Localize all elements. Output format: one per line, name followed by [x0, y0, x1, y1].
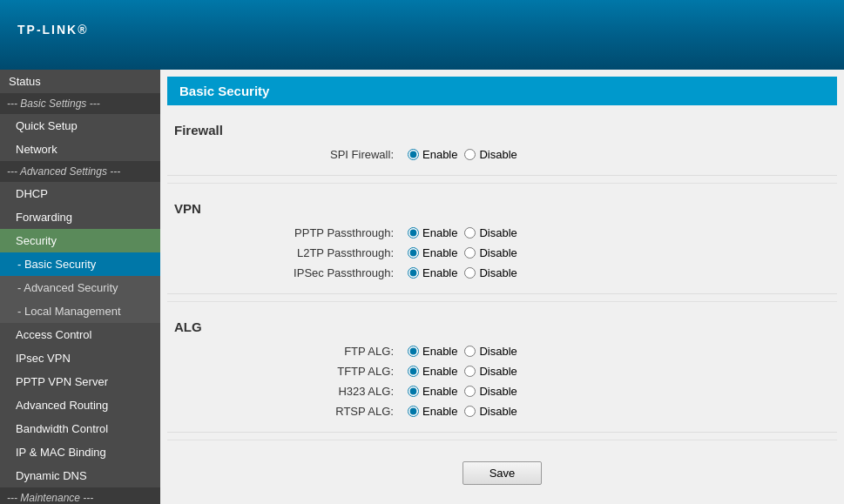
sidebar-item-bandwidth-control[interactable]: Bandwidth Control — [0, 417, 160, 440]
ftp-alg-enable-label: Enable — [422, 345, 457, 358]
ftp-alg-enable[interactable]: Enable — [408, 345, 457, 358]
l2tp-disable-label: Disable — [479, 246, 517, 259]
sidebar: Status --- Basic Settings --- Quick Setu… — [0, 70, 160, 504]
h323-alg-disable-radio[interactable] — [464, 386, 476, 397]
header: TP-LINK® — [0, 0, 844, 70]
ftp-alg-enable-radio[interactable] — [408, 346, 419, 357]
sidebar-item-advanced-security[interactable]: - Advanced Security — [0, 276, 160, 299]
sidebar-item-pptp-vpn-server[interactable]: PPTP VPN Server — [0, 370, 160, 393]
sidebar-item-ip-mac-binding[interactable]: IP & MAC Binding — [0, 440, 160, 464]
ftp-alg-disable-label: Disable — [479, 345, 517, 358]
l2tp-disable-radio[interactable] — [464, 247, 476, 259]
sidebar-item-ipsec-vpn[interactable]: IPsec VPN — [0, 346, 160, 370]
ipsec-disable-label: Disable — [479, 266, 517, 279]
sidebar-item-advanced-routing[interactable]: Advanced Routing — [0, 393, 160, 417]
h323-alg-label: H323 ALG: — [219, 385, 394, 398]
sidebar-item-forwarding[interactable]: Forwarding — [0, 205, 160, 229]
l2tp-passthrough-label: L2TP Passthrough: — [219, 246, 394, 259]
vpn-section: VPN PPTP Passthrough: Enable Disable L2T… — [167, 191, 837, 294]
ftp-alg-row: FTP ALG: Enable Disable — [219, 341, 837, 361]
tftp-alg-disable-label: Disable — [479, 365, 517, 378]
tftp-alg-disable[interactable]: Disable — [464, 365, 517, 378]
h323-alg-enable[interactable]: Enable — [408, 385, 457, 398]
spi-firewall-label: SPI Firewall: — [219, 148, 394, 161]
spi-firewall-disable[interactable]: Disable — [464, 148, 517, 161]
ipsec-enable-radio[interactable] — [408, 267, 419, 279]
sidebar-item-security[interactable]: Security — [0, 229, 160, 252]
spi-firewall-row: SPI Firewall: Enable Disable — [219, 144, 837, 165]
pptp-passthrough-options: Enable Disable — [408, 226, 517, 239]
h323-alg-enable-label: Enable — [422, 385, 457, 398]
rtsp-alg-enable-label: Enable — [422, 405, 457, 418]
ipsec-disable-radio[interactable] — [464, 267, 476, 279]
l2tp-enable-radio[interactable] — [408, 247, 419, 259]
ftp-alg-disable-radio[interactable] — [464, 346, 476, 357]
save-button[interactable]: Save — [463, 461, 543, 485]
ftp-alg-options: Enable Disable — [408, 345, 517, 358]
h323-alg-disable[interactable]: Disable — [464, 385, 517, 398]
logo-text: TP-LINK — [17, 23, 78, 37]
pptp-disable-label: Disable — [479, 226, 517, 239]
pptp-enable-radio[interactable] — [408, 227, 419, 239]
h323-alg-enable-radio[interactable] — [408, 386, 419, 397]
alg-section: ALG FTP ALG: Enable Disable TFTP ALG: — [167, 309, 837, 433]
pptp-passthrough-row: PPTP Passthrough: Enable Disable — [219, 223, 837, 243]
page-title: Basic Security — [167, 77, 837, 105]
l2tp-disable[interactable]: Disable — [464, 246, 517, 259]
sidebar-item-status[interactable]: Status — [0, 70, 160, 93]
sidebar-item-quick-setup[interactable]: Quick Setup — [0, 114, 160, 138]
pptp-disable[interactable]: Disable — [464, 226, 517, 239]
rtsp-alg-label: RTSP ALG: — [219, 405, 394, 418]
ftp-alg-label: FTP ALG: — [219, 345, 394, 358]
ipsec-passthrough-options: Enable Disable — [408, 266, 517, 279]
ipsec-disable[interactable]: Disable — [464, 266, 517, 279]
sidebar-item-dhcp[interactable]: DHCP — [0, 182, 160, 205]
sidebar-item-basic-security[interactable]: - Basic Security — [0, 252, 160, 276]
logo-sup: ® — [78, 23, 88, 37]
tftp-alg-row: TFTP ALG: Enable Disable — [219, 361, 837, 381]
sidebar-item-access-control[interactable]: Access Control — [0, 323, 160, 346]
ftp-alg-disable[interactable]: Disable — [464, 345, 517, 358]
ipsec-enable[interactable]: Enable — [408, 266, 457, 279]
alg-title: ALG — [167, 309, 837, 341]
firewall-section: Firewall SPI Firewall: Enable Disable — [167, 112, 837, 176]
pptp-enable[interactable]: Enable — [408, 226, 457, 239]
rtsp-alg-row: RTSP ALG: Enable Disable — [219, 401, 837, 421]
h323-alg-options: Enable Disable — [408, 385, 517, 398]
h323-alg-disable-label: Disable — [479, 385, 517, 398]
spi-firewall-enable-label: Enable — [422, 148, 457, 161]
spi-firewall-disable-radio[interactable] — [464, 149, 476, 160]
sidebar-item-dynamic-dns[interactable]: Dynamic DNS — [0, 464, 160, 487]
save-area: Save — [160, 447, 844, 499]
ipsec-passthrough-label: IPSec Passthrough: — [219, 266, 394, 279]
rtsp-alg-enable[interactable]: Enable — [408, 405, 457, 418]
l2tp-enable[interactable]: Enable — [408, 246, 457, 259]
h323-alg-row: H323 ALG: Enable Disable — [219, 381, 837, 401]
separator-2 — [167, 301, 837, 302]
pptp-disable-radio[interactable] — [464, 227, 476, 239]
l2tp-passthrough-row: L2TP Passthrough: Enable Disable — [219, 243, 837, 263]
rtsp-alg-disable-radio[interactable] — [464, 406, 476, 417]
main-layout: Status --- Basic Settings --- Quick Setu… — [0, 70, 844, 504]
sidebar-section-advanced-settings: --- Advanced Settings --- — [0, 161, 160, 182]
pptp-enable-label: Enable — [422, 226, 457, 239]
vpn-title: VPN — [167, 191, 837, 223]
rtsp-alg-disable-label: Disable — [479, 405, 517, 418]
ipsec-passthrough-row: IPSec Passthrough: Enable Disable — [219, 263, 837, 283]
l2tp-enable-label: Enable — [422, 246, 457, 259]
spi-firewall-enable-radio[interactable] — [408, 149, 419, 160]
sidebar-item-local-management[interactable]: - Local Management — [0, 299, 160, 323]
l2tp-passthrough-options: Enable Disable — [408, 246, 517, 259]
sidebar-item-network[interactable]: Network — [0, 138, 160, 161]
spi-firewall-enable[interactable]: Enable — [408, 148, 457, 161]
tftp-alg-enable[interactable]: Enable — [408, 365, 457, 378]
tftp-alg-enable-radio[interactable] — [408, 366, 419, 377]
pptp-passthrough-label: PPTP Passthrough: — [219, 226, 394, 239]
ipsec-enable-label: Enable — [422, 266, 457, 279]
rtsp-alg-disable[interactable]: Disable — [464, 405, 517, 418]
rtsp-alg-enable-radio[interactable] — [408, 406, 419, 417]
tftp-alg-disable-radio[interactable] — [464, 366, 476, 377]
separator-1 — [167, 183, 837, 184]
logo: TP-LINK® — [17, 17, 89, 53]
content-area: Basic Security Firewall SPI Firewall: En… — [160, 70, 844, 504]
